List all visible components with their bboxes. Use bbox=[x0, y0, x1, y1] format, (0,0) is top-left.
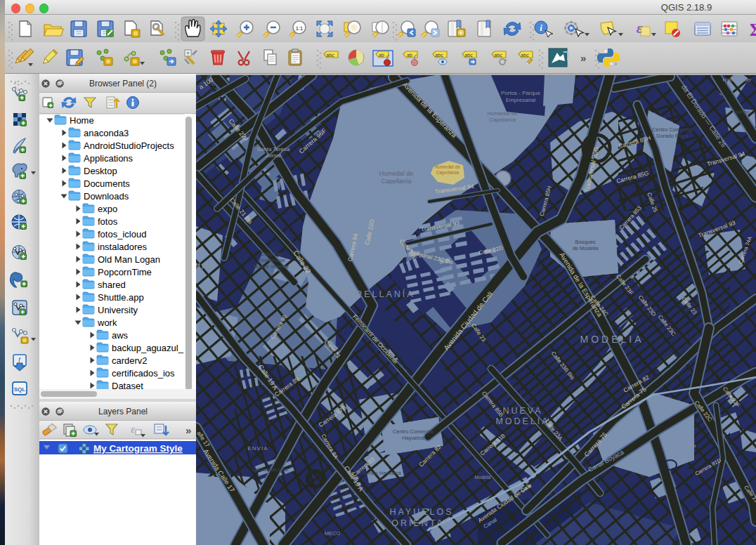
svg-text:Nueva Villemar: Nueva Villemar bbox=[254, 263, 289, 270]
svg-text:MAR: MAR bbox=[196, 262, 215, 270]
svg-text:Documents: Documents bbox=[84, 178, 130, 189]
svg-text:abc: abc bbox=[464, 53, 473, 58]
svg-text:Modelia: Modelia bbox=[475, 475, 491, 480]
svg-text:shared: shared bbox=[98, 280, 126, 290]
svg-text:»: » bbox=[185, 424, 191, 436]
svg-text:NUEVA: NUEVA bbox=[502, 406, 542, 416]
svg-text:University: University bbox=[98, 305, 138, 315]
svg-text:work: work bbox=[97, 317, 117, 328]
svg-text:abc: abc bbox=[521, 53, 529, 58]
svg-text:Σ: Σ bbox=[750, 20, 756, 39]
svg-text:PopcornTime: PopcornTime bbox=[98, 267, 152, 277]
svg-text:aws: aws bbox=[112, 330, 129, 341]
svg-text:abc: abc bbox=[326, 53, 334, 58]
svg-text:Modelia: Modelia bbox=[680, 443, 696, 448]
svg-text:Capellanía: Capellanía bbox=[436, 170, 460, 176]
svg-text:Capellanía: Capellanía bbox=[489, 117, 516, 123]
svg-text:Applications: Applications bbox=[84, 153, 133, 164]
svg-text:Jumbo: Jumbo bbox=[734, 109, 750, 115]
svg-text:MECO: MECO bbox=[325, 530, 341, 537]
svg-text:Jumbo Hayuelos: Jumbo Hayuelos bbox=[362, 470, 401, 476]
svg-text:fotos_icloud: fotos_icloud bbox=[98, 229, 146, 239]
svg-text:ab: ab bbox=[379, 53, 384, 58]
svg-text:Browser Panel (2): Browser Panel (2) bbox=[89, 79, 157, 88]
svg-text:carderv2: carderv2 bbox=[112, 355, 148, 366]
svg-text:fotos: fotos bbox=[98, 216, 118, 227]
svg-text:Layers Panel: Layers Panel bbox=[98, 407, 148, 416]
svg-text:Dorado Plaza: Dorado Plaza bbox=[656, 133, 689, 139]
svg-text:ε: ε bbox=[637, 20, 643, 37]
svg-text:Cofinanzas Ltda.: Cofinanzas Ltda. bbox=[252, 467, 289, 472]
svg-text:HAYUELOS: HAYUELOS bbox=[389, 507, 453, 517]
svg-text:Portos - Parque: Portos - Parque bbox=[501, 90, 541, 96]
svg-text:Humedal de: Humedal de bbox=[487, 110, 518, 117]
svg-text:Homecenter: Homecenter bbox=[723, 77, 752, 83]
svg-text:ƒ: ƒ bbox=[18, 356, 21, 362]
svg-text:Downloads: Downloads bbox=[84, 191, 129, 202]
svg-text:expo: expo bbox=[98, 204, 117, 214]
svg-text:ORIENTAL: ORIENTAL bbox=[391, 518, 452, 528]
svg-text:AndroidStudioProjects: AndroidStudioProjects bbox=[84, 140, 174, 151]
svg-text:Jornal: Jornal bbox=[266, 152, 281, 159]
svg-text:Hayuelos: Hayuelos bbox=[402, 435, 424, 441]
svg-text:My Cartogram Style: My Cartogram Style bbox=[93, 443, 183, 454]
svg-text:SQL: SQL bbox=[14, 386, 26, 393]
svg-text:Santa Teresa: Santa Teresa bbox=[257, 146, 291, 152]
svg-text:Shuttle.app: Shuttle.app bbox=[98, 292, 144, 303]
svg-text:MODELIA: MODELIA bbox=[580, 334, 644, 345]
svg-text:ε: ε bbox=[131, 424, 135, 435]
svg-text:Bosques: Bosques bbox=[575, 239, 595, 245]
svg-text:instaladores: instaladores bbox=[98, 242, 148, 252]
svg-text:ENVIA: ENVIA bbox=[247, 445, 268, 452]
svg-text:backup_aguazul_: backup_aguazul_ bbox=[112, 343, 184, 353]
svg-text:ab: ab bbox=[407, 53, 412, 58]
svg-text:i: i bbox=[540, 22, 542, 33]
svg-text:Desktop: Desktop bbox=[84, 166, 117, 176]
svg-text:›: › bbox=[615, 60, 617, 67]
svg-text:anaconda3: anaconda3 bbox=[84, 128, 129, 138]
svg-text:Humedal de: Humedal de bbox=[379, 170, 414, 177]
svg-text:abc: abc bbox=[494, 53, 502, 58]
svg-text:CAPELLANÍA: CAPELLANÍA bbox=[339, 289, 415, 299]
svg-text:Centro Comercial: Centro Comercial bbox=[652, 126, 693, 133]
svg-text:Humedal de: Humedal de bbox=[435, 164, 461, 169]
svg-text:Residencial: Residencial bbox=[258, 257, 285, 263]
svg-text:Centro Comercial: Centro Comercial bbox=[393, 428, 434, 435]
svg-text:»: » bbox=[580, 52, 586, 64]
svg-text:Empresarial: Empresarial bbox=[506, 97, 536, 103]
svg-text:MODELIA: MODELIA bbox=[495, 416, 549, 426]
svg-text:de Modelia: de Modelia bbox=[573, 245, 599, 251]
svg-text:Conjunto: Conjunto bbox=[261, 251, 282, 257]
svg-text:1:1: 1:1 bbox=[296, 25, 303, 32]
svg-text:Old Man Logan: Old Man Logan bbox=[98, 254, 160, 265]
svg-text:abc: abc bbox=[435, 53, 443, 58]
svg-text:Home: Home bbox=[70, 115, 94, 126]
svg-text:Capellanía: Capellanía bbox=[381, 178, 411, 185]
svg-text:certificados_ios: certificados_ios bbox=[112, 368, 175, 379]
